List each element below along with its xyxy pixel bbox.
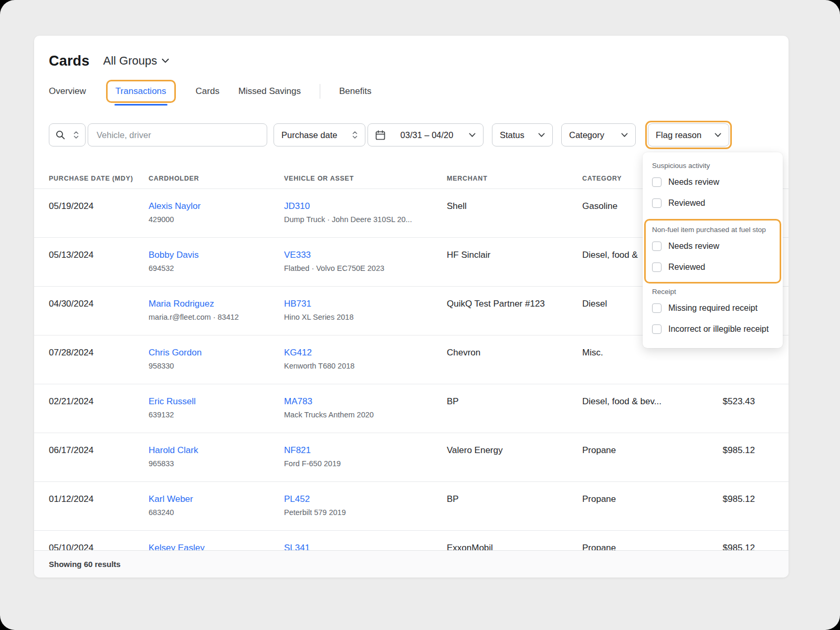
flag-option[interactable]: Missing required receipt bbox=[652, 298, 773, 319]
cardholder-id: 958330 bbox=[149, 360, 284, 372]
app-window: Cards All Groups Overview Transactions C… bbox=[34, 36, 789, 578]
flag-reason-dropdown: Suspicious activityNeeds reviewReviewedN… bbox=[643, 152, 783, 348]
cell-purchase-date: 01/12/2024 bbox=[49, 482, 149, 506]
tab-cards[interactable]: Cards bbox=[196, 86, 219, 97]
cardholder-link[interactable]: Bobby Davis bbox=[149, 250, 198, 260]
up-down-chevron-icon bbox=[352, 131, 358, 139]
checkbox-icon[interactable] bbox=[652, 177, 662, 187]
table-row[interactable]: 02/21/2024Eric Russell639132MA783Mack Tr… bbox=[34, 384, 789, 433]
cell-merchant: Shell bbox=[447, 189, 582, 213]
table-row[interactable]: 01/12/2024Karl Weber683240PL452Peterbilt… bbox=[34, 482, 789, 531]
cell-vehicle: SL341 bbox=[284, 531, 447, 550]
tab-transactions[interactable]: Transactions bbox=[116, 86, 166, 96]
vehicle-description: Dump Truck · John Deere 310SL 20... bbox=[284, 214, 447, 225]
cell-amount: $985.12 bbox=[695, 482, 774, 506]
column-header-merchant: MERCHANT bbox=[447, 175, 582, 188]
search-icon bbox=[56, 130, 65, 140]
search-field-selector[interactable] bbox=[49, 123, 86, 146]
cardholder-link[interactable]: Kelsey Easley bbox=[149, 543, 205, 550]
chevron-down-icon bbox=[714, 133, 721, 138]
cell-amount: $985.12 bbox=[695, 433, 774, 457]
flag-option[interactable]: Reviewed bbox=[652, 257, 773, 278]
group-selector-label: All Groups bbox=[103, 54, 158, 68]
up-down-chevron-icon bbox=[74, 131, 79, 139]
cell-merchant: Chevron bbox=[447, 335, 582, 359]
flag-option[interactable]: Incorrect or illegible receipt bbox=[652, 319, 773, 340]
column-header-purchase-date: PURCHASE DATE (MDY) bbox=[49, 175, 149, 188]
chevron-down-icon bbox=[538, 133, 545, 138]
cell-amount: $985.12 bbox=[695, 531, 774, 550]
vehicle-link[interactable]: SL341 bbox=[284, 543, 310, 550]
category-filter-label: Category bbox=[569, 130, 604, 140]
flag-option-label: Reviewed bbox=[668, 262, 705, 272]
filter-bar: Purchase date 03/31 – 04/20 Status bbox=[49, 122, 774, 148]
vehicle-description: Flatbed · Volvo EC750E 2023 bbox=[284, 262, 447, 274]
vehicle-link[interactable]: JD310 bbox=[284, 201, 310, 211]
cell-merchant: BP bbox=[447, 482, 582, 506]
cardholder-link[interactable]: Maria Rodriguez bbox=[149, 299, 214, 309]
flag-reason-highlight-ring: Flag reason bbox=[645, 121, 732, 149]
flag-reason-filter-label: Flag reason bbox=[656, 130, 701, 140]
vehicle-link[interactable]: NF821 bbox=[284, 445, 311, 455]
flag-section-title: Suspicious activity bbox=[652, 162, 773, 170]
cardholder-link[interactable]: Eric Russell bbox=[149, 396, 196, 406]
flag-section-title: Non-fuel item purchased at fuel stop bbox=[652, 226, 773, 234]
vehicle-description: Mack Trucks Anthem 2020 bbox=[284, 409, 447, 421]
flag-dropdown-section: Suspicious activityNeeds reviewReviewed bbox=[652, 162, 773, 214]
cell-vehicle: MA783Mack Trucks Anthem 2020 bbox=[284, 384, 447, 421]
flag-reason-filter[interactable]: Flag reason bbox=[648, 123, 729, 146]
checkbox-icon[interactable] bbox=[652, 303, 662, 313]
checkbox-icon[interactable] bbox=[652, 242, 662, 251]
cell-merchant: QuikQ Test Partner #123 bbox=[447, 287, 582, 310]
transactions-highlight-ring: Transactions bbox=[106, 80, 176, 103]
flag-option-label: Needs review bbox=[668, 242, 719, 251]
flag-dropdown-section-highlighted: Non-fuel item purchased at fuel stopNeed… bbox=[644, 219, 781, 284]
cardholder-link[interactable]: Harold Clark bbox=[149, 445, 198, 455]
search-input[interactable] bbox=[97, 130, 258, 140]
group-selector[interactable]: All Groups bbox=[103, 54, 170, 68]
cardholder-link[interactable]: Chris Gordon bbox=[149, 348, 202, 358]
flag-option[interactable]: Needs review bbox=[652, 236, 773, 257]
vehicle-link[interactable]: VE333 bbox=[284, 250, 311, 260]
date-range-picker[interactable]: 03/31 – 04/20 bbox=[368, 123, 484, 146]
tab-overview[interactable]: Overview bbox=[49, 86, 86, 97]
status-filter[interactable]: Status bbox=[492, 123, 553, 146]
checkbox-icon[interactable] bbox=[652, 324, 662, 334]
checkbox-icon[interactable] bbox=[652, 262, 662, 272]
cardholder-id: 965833 bbox=[149, 458, 284, 469]
flag-dropdown-section: ReceiptMissing required receiptIncorrect… bbox=[652, 288, 773, 340]
calendar-icon bbox=[375, 130, 385, 140]
cell-vehicle: VE333Flatbed · Volvo EC750E 2023 bbox=[284, 238, 447, 274]
checkbox-icon[interactable] bbox=[652, 198, 662, 208]
cell-purchase-date: 07/28/2024 bbox=[49, 335, 149, 359]
table-row[interactable]: 05/10/2024Kelsey EasleySL341ExxonMobilPr… bbox=[34, 531, 789, 550]
category-filter[interactable]: Category bbox=[561, 123, 636, 146]
vehicle-link[interactable]: PL452 bbox=[284, 494, 310, 504]
cell-merchant: Valero Energy bbox=[447, 433, 582, 457]
cell-cardholder: Chris Gordon958330 bbox=[149, 335, 284, 372]
tab-divider bbox=[320, 84, 320, 99]
cell-merchant: HF Sinclair bbox=[447, 238, 582, 261]
cell-amount: $523.43 bbox=[695, 384, 774, 408]
flag-option[interactable]: Needs review bbox=[652, 172, 773, 193]
tab-missed-savings[interactable]: Missed Savings bbox=[238, 86, 301, 97]
results-footer: Showing 60 results bbox=[34, 550, 789, 578]
cell-cardholder: Eric Russell639132 bbox=[149, 384, 284, 421]
cardholder-link[interactable]: Karl Weber bbox=[149, 494, 193, 504]
cardholder-link[interactable]: Alexis Naylor bbox=[149, 201, 201, 211]
cardholder-id: 683240 bbox=[149, 507, 284, 518]
vehicle-link[interactable]: KG412 bbox=[284, 348, 312, 358]
tab-benefits[interactable]: Benefits bbox=[339, 86, 371, 97]
date-range-value: 03/31 – 04/20 bbox=[401, 130, 454, 140]
vehicle-link[interactable]: MA783 bbox=[284, 396, 312, 406]
table-row[interactable]: 06/17/2024Harold Clark965833NF821Ford F-… bbox=[34, 433, 789, 482]
flag-option[interactable]: Reviewed bbox=[652, 193, 773, 214]
vehicle-description: Kenworth T680 2018 bbox=[284, 360, 447, 372]
purchase-date-selector[interactable]: Purchase date bbox=[274, 123, 365, 146]
chevron-down-icon bbox=[162, 59, 169, 64]
vehicle-link[interactable]: HB731 bbox=[284, 299, 311, 309]
page-title: Cards bbox=[49, 53, 90, 69]
cardholder-id: maria.r@fleet.com · 83412 bbox=[149, 311, 284, 323]
cardholder-id: 639132 bbox=[149, 409, 284, 421]
cell-purchase-date: 04/30/2024 bbox=[49, 287, 149, 310]
